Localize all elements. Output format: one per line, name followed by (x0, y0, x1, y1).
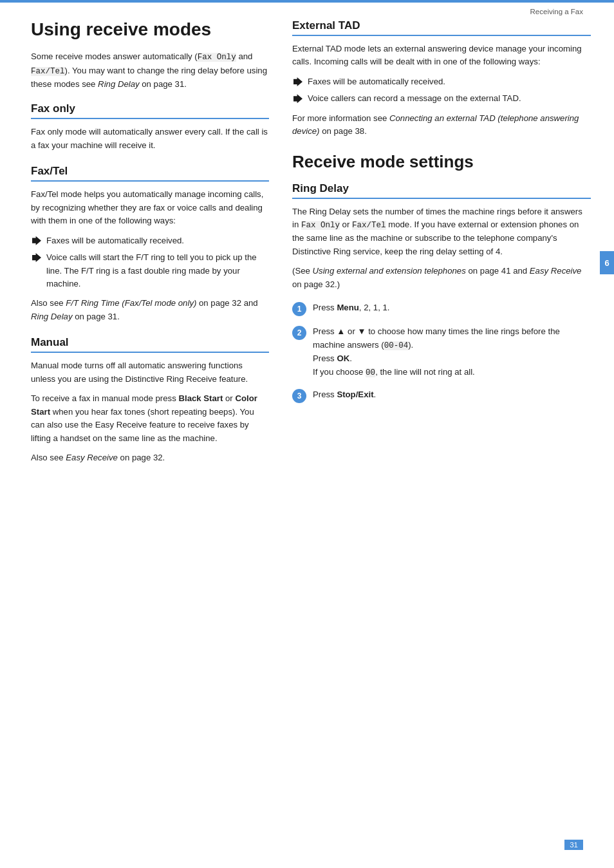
receive-mode-settings-title: Receive mode settings (292, 153, 591, 172)
external-tad-footer: For more information see Connecting an e… (292, 112, 591, 138)
fax-tel-text: Fax/Tel mode helps you automatically man… (31, 188, 269, 227)
external-tad-text: External TAD mode lets an external answe… (292, 42, 591, 69)
main-title: Using receive modes (31, 19, 269, 40)
ring-delay-ref: Ring Delay (31, 312, 73, 321)
menu-label: Menu (337, 303, 358, 312)
fax-only-text: Fax only mode will automatically answer … (31, 126, 269, 152)
intro-paragraph: Some receive modes answer automatically … (31, 50, 269, 91)
step-item-2: 2 Press ▲ or ▼ to choose how many times … (292, 325, 591, 379)
left-column: Using receive modes Some receive modes a… (31, 19, 269, 837)
manual-heading: Manual (31, 336, 269, 353)
range-code: 00-04 (384, 341, 409, 350)
ok-label: OK (337, 354, 349, 363)
fax-only-code-rd: Fax Only (301, 221, 340, 230)
inline-code-fax-only: Fax Only (198, 53, 236, 62)
page-number: 31 (564, 840, 583, 850)
fax-tel-bullets: Faxes will be automatically received. Vo… (31, 234, 269, 291)
step-number-2: 2 (297, 328, 302, 337)
stop-exit-label: Stop/Exit (337, 390, 373, 399)
side-tab-number: 6 (604, 258, 609, 268)
tad-bullet-text-1: Faxes will be automatically received. (308, 75, 445, 88)
fax-tel-heading: Fax/Tel (31, 165, 269, 182)
step-circle-2: 2 (292, 326, 306, 340)
tad-bullet-2: Voice callers can record a message on th… (292, 92, 591, 105)
ring-delay-ref-intro: Ring Delay (98, 79, 140, 89)
external-tad-heading: External TAD (292, 19, 591, 36)
fax-tel-bullet-2: Voice calls will start the F/T ring to t… (31, 251, 269, 290)
step-item-1: 1 Press Menu, 2, 1, 1. (292, 301, 591, 316)
easy-receive-ref-manual: Easy Receive (66, 453, 118, 462)
fax-tel-footer: Also see F/T Ring Time (Fax/Tel mode onl… (31, 297, 269, 323)
step-circle-3: 3 (292, 389, 306, 403)
step-3-content: Press Stop/Exit. (313, 388, 376, 401)
step-number-1: 1 (297, 305, 302, 314)
external-tad-bullets: Faxes will be automatically received. Vo… (292, 75, 591, 106)
step-list: 1 Press Menu, 2, 1, 1. 2 Press ▲ or ▼ to… (292, 301, 591, 403)
step-2-content: Press ▲ or ▼ to choose how many times th… (313, 325, 591, 379)
step-item-3: 3 Press Stop/Exit. (292, 388, 591, 403)
ring-delay-text-1: The Ring Delay sets the number of times … (292, 205, 591, 259)
ring-delay-heading: Ring Delay (292, 182, 591, 199)
bullet-icon-1 (32, 236, 41, 245)
fax-only-heading: Fax only (31, 102, 269, 119)
connecting-tad-ref: Connecting an external TAD (telephone an… (292, 113, 579, 136)
right-column: External TAD External TAD mode lets an e… (292, 19, 591, 837)
bullet-icon-2 (32, 253, 41, 262)
fax-tel-code-rd: Fax/Tel (352, 221, 386, 230)
easy-receive-ref: Easy Receive (530, 266, 582, 276)
manual-text-1: Manual mode turns off all automatic answ… (31, 359, 269, 386)
tad-bullet-icon-2 (293, 94, 302, 103)
inline-code-fax-tel: Fax/Tel (31, 67, 65, 76)
step-circle-1: 1 (292, 302, 306, 316)
step-1-content: Press Menu, 2, 1, 1. (313, 301, 389, 314)
tad-bullet-text-2: Voice callers can record a message on th… (308, 92, 521, 105)
zero-zero-code: 00 (366, 368, 375, 377)
manual-text-2: To receive a fax in manual mode press Bl… (31, 392, 269, 445)
content-wrapper: Using receive modes Some receive modes a… (31, 19, 591, 837)
fax-tel-bullet-text-1: Faxes will be automatically received. (46, 234, 184, 247)
step-number-3: 3 (297, 392, 302, 401)
ring-delay-text-2: (See Using external and extension teleph… (292, 265, 591, 291)
header-text: Receiving a Fax (530, 8, 583, 15)
page-number-text: 31 (570, 841, 578, 849)
black-start-label: Black Start (178, 393, 223, 403)
manual-footer: Also see Easy Receive on page 32. (31, 451, 269, 464)
ext-phones-ref: Using external and extension telephones (313, 266, 466, 276)
side-tab: 6 (600, 251, 614, 274)
top-border (0, 0, 614, 3)
tad-bullet-icon-1 (293, 77, 302, 86)
ft-ring-ref: F/T Ring Time (Fax/Tel mode only) (66, 298, 196, 308)
fax-tel-bullet-text-2: Voice calls will start the F/T ring to t… (46, 251, 269, 290)
fax-tel-bullet-1: Faxes will be automatically received. (31, 234, 269, 247)
color-start-label: Color Start (31, 393, 257, 416)
page-header: Receiving a Fax (530, 8, 583, 15)
tad-bullet-1: Faxes will be automatically received. (292, 75, 591, 88)
